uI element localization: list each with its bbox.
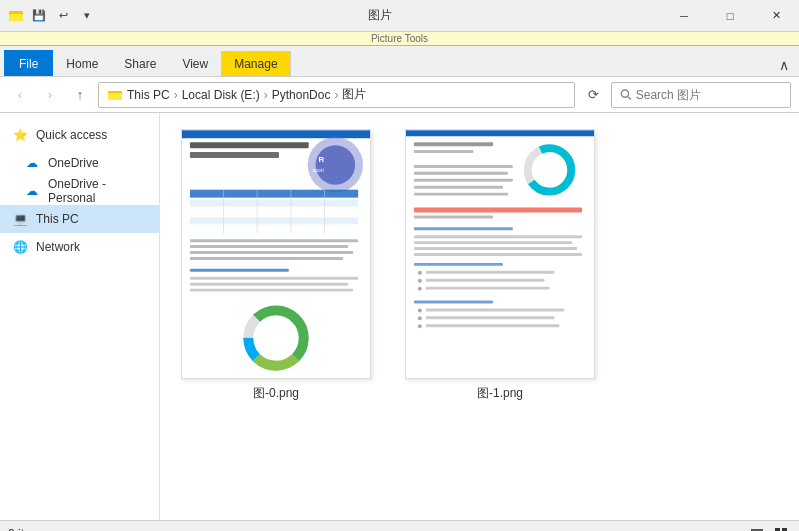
tab-manage[interactable]: Manage bbox=[221, 51, 290, 77]
grid-view-icon bbox=[773, 526, 789, 532]
title-bar-left: 💾 ↩ ▾ bbox=[8, 5, 98, 27]
refresh-button[interactable]: ⟳ bbox=[581, 83, 605, 107]
svg-rect-46 bbox=[414, 193, 508, 196]
svg-rect-52 bbox=[414, 247, 577, 250]
svg-rect-72 bbox=[782, 528, 787, 532]
ribbon-expand-button[interactable]: ∧ bbox=[773, 54, 795, 76]
sidebar-label-onedrive-personal: OneDrive - Personal bbox=[48, 177, 147, 205]
svg-rect-47 bbox=[414, 207, 582, 212]
svg-rect-1 bbox=[9, 14, 23, 21]
svg-rect-24 bbox=[190, 251, 353, 254]
forward-button[interactable]: › bbox=[38, 83, 62, 107]
sidebar-item-onedrive[interactable]: ☁ OneDrive bbox=[0, 149, 159, 177]
svg-rect-63 bbox=[426, 308, 565, 311]
view-list-button[interactable] bbox=[747, 524, 767, 532]
svg-point-41 bbox=[536, 156, 564, 184]
sidebar-item-network[interactable]: 🌐 Network bbox=[0, 233, 159, 261]
svg-rect-15 bbox=[190, 208, 358, 215]
svg-line-4 bbox=[628, 97, 631, 100]
sidebar: ⭐ Quick access ☁ OneDrive ☁ OneDrive - P… bbox=[0, 113, 160, 520]
file-name-0: 图-0.png bbox=[253, 385, 299, 402]
onedrive-personal-icon: ☁ bbox=[24, 183, 40, 199]
svg-rect-7 bbox=[190, 142, 309, 148]
file-item-0[interactable]: R eport bbox=[176, 129, 376, 402]
qa-save-button[interactable]: 💾 bbox=[28, 5, 50, 27]
qa-dropdown-button[interactable]: ▾ bbox=[76, 5, 98, 27]
up-button[interactable]: ↑ bbox=[68, 83, 92, 107]
sidebar-label-this-pc: This PC bbox=[36, 212, 79, 226]
svg-rect-25 bbox=[190, 257, 343, 260]
thumbnail-1 bbox=[405, 129, 595, 379]
svg-rect-23 bbox=[190, 245, 348, 248]
thumbnail-0: R eport bbox=[181, 129, 371, 379]
ribbon-tabs: File Home Share View Manage ∧ bbox=[0, 46, 799, 76]
path-images[interactable]: 图片 bbox=[342, 86, 366, 103]
svg-rect-28 bbox=[190, 283, 348, 286]
ribbon-context-label: Picture Tools bbox=[0, 32, 799, 46]
folder-icon bbox=[107, 87, 123, 103]
file-item-1[interactable]: 图-1.png bbox=[400, 129, 600, 402]
svg-rect-16 bbox=[190, 217, 358, 224]
svg-rect-42 bbox=[414, 165, 513, 168]
svg-rect-37 bbox=[414, 142, 493, 146]
svg-point-3 bbox=[621, 90, 628, 97]
svg-rect-43 bbox=[414, 172, 508, 175]
main-area: ⭐ Quick access ☁ OneDrive ☁ OneDrive - P… bbox=[0, 113, 799, 520]
qa-undo-button[interactable]: ↩ bbox=[52, 5, 74, 27]
tab-home[interactable]: Home bbox=[53, 50, 111, 76]
svg-rect-50 bbox=[414, 235, 582, 238]
sidebar-label-network: Network bbox=[36, 240, 80, 254]
svg-rect-56 bbox=[426, 271, 555, 274]
address-path: This PC › Local Disk (E:) › PythonDoc › … bbox=[98, 82, 575, 108]
svg-rect-65 bbox=[426, 316, 555, 319]
address-bar: ‹ › ↑ This PC › Local Disk (E:) › Python… bbox=[0, 77, 799, 113]
svg-rect-6 bbox=[182, 130, 370, 138]
sidebar-item-onedrive-personal[interactable]: ☁ OneDrive - Personal bbox=[0, 177, 159, 205]
path-pythondoc[interactable]: PythonDoc bbox=[272, 88, 331, 102]
minimize-button[interactable]: ─ bbox=[661, 0, 707, 32]
close-button[interactable]: ✕ bbox=[753, 0, 799, 32]
svg-text:eport: eport bbox=[313, 168, 325, 173]
sidebar-item-quick-access[interactable]: ⭐ Quick access bbox=[0, 121, 159, 149]
view-grid-button[interactable] bbox=[771, 524, 791, 532]
tab-view[interactable]: View bbox=[169, 50, 221, 76]
svg-rect-53 bbox=[414, 253, 582, 256]
path-local-disk[interactable]: Local Disk (E:) bbox=[182, 88, 260, 102]
search-icon bbox=[620, 88, 632, 101]
ribbon: Picture Tools File Home Share View Manag… bbox=[0, 32, 799, 77]
svg-point-64 bbox=[418, 316, 422, 320]
title-bar: 💾 ↩ ▾ 图片 ─ □ ✕ bbox=[0, 0, 799, 32]
svg-rect-51 bbox=[414, 241, 572, 244]
svg-rect-44 bbox=[414, 179, 513, 182]
back-button[interactable]: ‹ bbox=[8, 83, 32, 107]
quick-access-toolbar: 💾 ↩ ▾ bbox=[28, 5, 98, 27]
svg-rect-67 bbox=[426, 324, 560, 327]
svg-rect-36 bbox=[406, 130, 594, 136]
svg-point-59 bbox=[418, 287, 422, 291]
svg-rect-29 bbox=[190, 289, 353, 292]
tab-share[interactable]: Share bbox=[111, 50, 169, 76]
network-icon: 🌐 bbox=[12, 239, 28, 255]
item-count: 2 items bbox=[8, 527, 47, 532]
svg-rect-71 bbox=[775, 528, 780, 532]
title-bar-controls: ─ □ ✕ bbox=[661, 0, 799, 32]
maximize-button[interactable]: □ bbox=[707, 0, 753, 32]
tab-file[interactable]: File bbox=[4, 50, 53, 76]
sidebar-item-this-pc[interactable]: 💻 This PC bbox=[0, 205, 159, 233]
svg-rect-27 bbox=[190, 277, 358, 280]
svg-rect-54 bbox=[414, 263, 503, 266]
svg-rect-8 bbox=[190, 152, 279, 158]
svg-rect-14 bbox=[190, 200, 358, 207]
svg-point-62 bbox=[418, 308, 422, 312]
search-input[interactable] bbox=[636, 88, 782, 102]
view-controls bbox=[747, 524, 791, 532]
sidebar-label-quick-access: Quick access bbox=[36, 128, 107, 142]
this-pc-icon: 💻 bbox=[12, 211, 28, 227]
svg-rect-68 bbox=[751, 529, 763, 531]
file-area: R eport bbox=[160, 113, 799, 520]
path-this-pc[interactable]: This PC bbox=[127, 88, 170, 102]
window-title: 图片 bbox=[98, 7, 661, 24]
list-view-icon bbox=[749, 526, 765, 532]
svg-text:R: R bbox=[319, 155, 325, 164]
svg-point-55 bbox=[418, 271, 422, 275]
